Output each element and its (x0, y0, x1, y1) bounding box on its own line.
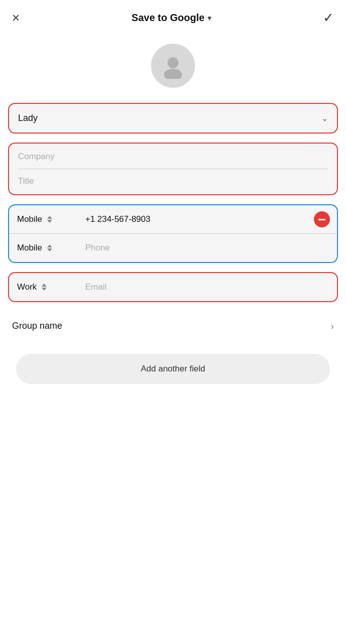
avatar[interactable] (151, 44, 195, 88)
title-input[interactable] (18, 176, 328, 186)
header-dropdown-arrow[interactable]: ▾ (208, 14, 211, 22)
chevron-right-icon: › (330, 320, 334, 332)
phone-label-1: Mobile (17, 214, 42, 224)
svg-point-0 (167, 57, 179, 68)
phone-remove-button-1[interactable] (314, 211, 330, 227)
header-title: Save to Google ▾ (131, 12, 211, 24)
phone-label-2: Mobile (17, 243, 42, 253)
phone-type-selector-1[interactable]: Mobile (9, 205, 79, 233)
confirm-button[interactable]: ✓ (323, 10, 334, 26)
phone-type-selector-2[interactable]: Mobile (9, 234, 79, 262)
header-title-text: Save to Google (131, 12, 205, 24)
phone-sort-icon-1 (47, 216, 52, 223)
email-input[interactable] (85, 282, 331, 292)
group-name-row[interactable]: Group name › (8, 311, 338, 341)
email-input-container (79, 273, 337, 301)
group-name-label: Group name (12, 321, 62, 331)
email-type-selector[interactable]: Work (9, 273, 79, 301)
phone-input-container-2 (79, 234, 337, 262)
header: × Save to Google ▾ ✓ (0, 0, 346, 34)
phone-row-1: Mobile (9, 205, 337, 233)
email-label: Work (17, 282, 37, 292)
email-section: Work (8, 272, 338, 302)
company-title-divider (18, 169, 328, 169)
phone-input-1[interactable] (85, 214, 308, 224)
email-sort-icon (42, 284, 47, 291)
phone-section: Mobile Mobile (8, 204, 338, 263)
avatar-icon (160, 53, 186, 79)
add-field-btn-container: Add another field (8, 350, 338, 404)
company-title-field (8, 143, 338, 195)
phone-sort-icon-2 (47, 244, 52, 251)
phone-row-2: Mobile (9, 233, 337, 262)
name-dropdown[interactable]: Lady ⌄ (8, 103, 338, 134)
company-input[interactable] (18, 152, 328, 162)
close-button[interactable]: × (12, 10, 20, 26)
phone-input-container-1 (79, 205, 314, 233)
name-dropdown-value: Lady (18, 113, 38, 123)
add-another-field-button[interactable]: Add another field (16, 354, 330, 384)
email-row: Work (9, 273, 337, 301)
svg-point-1 (164, 69, 182, 79)
phone-input-2[interactable] (85, 243, 331, 253)
chevron-down-icon: ⌄ (321, 113, 328, 123)
form-body: Lady ⌄ Mobile Mobile (0, 103, 346, 404)
avatar-container (0, 34, 346, 103)
